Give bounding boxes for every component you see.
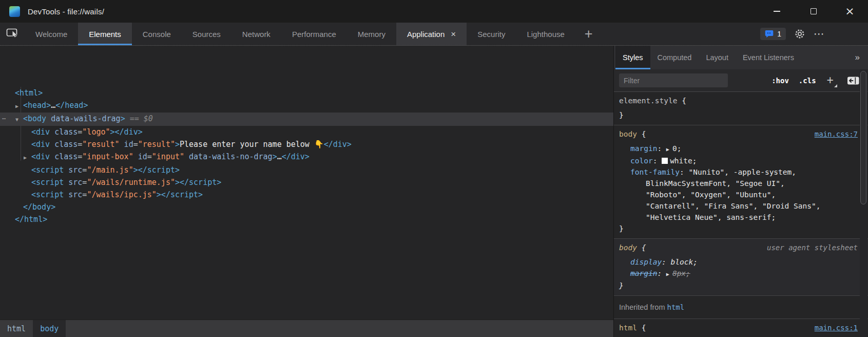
property-name[interactable]: margin [630, 269, 657, 277]
rule-selector[interactable]: element.style [619, 97, 678, 105]
toggle-element-state-button[interactable]: :hov [771, 77, 789, 85]
sidebar-overflow-button[interactable]: » [847, 46, 868, 69]
expand-arrow-icon[interactable]: ▶ [15, 100, 23, 113]
css-property[interactable]: margin: ▶ 8px; [619, 268, 858, 280]
tree-row[interactable]: <div class="result" id="result">Please e… [0, 138, 613, 151]
tab-security[interactable]: Security [467, 23, 516, 45]
expand-longhand-icon[interactable]: ▶ [666, 146, 672, 152]
computed-styles-sidebar-toggle[interactable] [847, 76, 860, 85]
new-style-rule-button[interactable]: + [826, 74, 837, 86]
tab-welcome[interactable]: Welcome [25, 23, 78, 45]
tab-label: Sources [192, 30, 221, 39]
minimize-icon [774, 11, 780, 12]
inspect-element-button[interactable] [0, 23, 25, 45]
tree-row[interactable]: ▶<head>…</head> [0, 99, 613, 113]
rule-selector-line: element.style { [619, 95, 858, 106]
tab-elements[interactable]: Elements [78, 23, 132, 45]
inherited-from-header: Inherited from html [614, 296, 868, 319]
code-token: id [120, 140, 133, 149]
css-property[interactable]: margin: ▶ 0; [619, 143, 858, 155]
css-property[interactable]: font-family: "Nunito", -apple-system, Bl… [619, 166, 858, 223]
tab-performance[interactable]: Performance [281, 23, 347, 45]
toolbar-right-group: 1 ⋯ [760, 23, 825, 45]
code-token: </div> [324, 140, 352, 149]
tab-lighthouse[interactable]: Lighthouse [516, 23, 575, 45]
code-token: > [175, 140, 180, 149]
code-token: ></div> [110, 127, 143, 137]
expand-longhand-icon[interactable]: ▶ [666, 271, 672, 277]
code-token: </div> [282, 152, 310, 161]
tree-row[interactable]: </body> [0, 201, 613, 213]
property-name[interactable]: color [630, 157, 653, 165]
settings-button[interactable] [794, 28, 805, 40]
code-token: </html> [15, 215, 47, 224]
tree-row[interactable]: ▶<div class="input-box" id="input" data-… [0, 151, 613, 164]
stylesheet-link[interactable]: main.css:7 [815, 128, 858, 140]
tree-row[interactable]: <script src="/wails/ipc.js"></script> [0, 189, 613, 201]
code-token: ></script> [133, 165, 180, 175]
tab-label: Memory [358, 30, 385, 39]
stylesheet-link[interactable]: main.css:1 [815, 322, 858, 333]
tab-label: Lighthouse [527, 30, 564, 39]
tab-sources[interactable]: Sources [182, 23, 232, 45]
sidebar-tab-label: Styles [623, 53, 643, 62]
color-swatch[interactable] [662, 158, 668, 164]
tab-console[interactable]: Console [132, 23, 182, 45]
sidebar-tab-computed[interactable]: Computed [650, 46, 699, 69]
code-token: data-wails-no-drag [184, 152, 273, 161]
sidebar-tab-event-listeners[interactable]: Event Listeners [736, 46, 801, 69]
indent-spacer [7, 172, 24, 173]
element-classes-button[interactable]: .cls [799, 77, 816, 85]
tree-row[interactable]: <html> [0, 87, 613, 99]
css-property[interactable]: color: white; [619, 155, 858, 166]
scrollbar-thumb[interactable] [860, 71, 866, 204]
close-tab-icon[interactable]: × [451, 30, 456, 39]
tree-row[interactable]: <div class="logo"></div> [0, 126, 613, 138]
close-brace: } [619, 109, 858, 121]
sidebar-tab-layout[interactable]: Layout [699, 46, 736, 69]
code-token: … [51, 101, 55, 110]
property-name[interactable]: display [630, 258, 662, 266]
window-minimize-button[interactable] [759, 0, 795, 23]
style-filter-input[interactable] [619, 73, 728, 87]
rule-selector[interactable]: body [619, 244, 637, 252]
inherited-node-link[interactable]: html [667, 303, 685, 311]
sidebar-tab-label: Computed [658, 53, 692, 62]
elements-panel: <html>▶<head>…</head>⋯▼<body data-wails-… [0, 46, 614, 337]
tab-memory[interactable]: Memory [347, 23, 396, 45]
tab-application[interactable]: Application× [396, 23, 467, 45]
window-maximize-button[interactable] [795, 0, 832, 23]
code-token: id [133, 152, 147, 161]
styles-pane: element.style {}main.css:7body {margin: … [614, 92, 868, 337]
style-rule: element.style {} [614, 92, 868, 125]
more-tools-button[interactable]: + [575, 23, 602, 45]
tree-row[interactable]: <script src="/main.js"></script> [0, 164, 613, 176]
indent-spacer [7, 134, 24, 135]
code-token: ></script> [175, 178, 221, 187]
rule-selector[interactable]: html [619, 324, 637, 332]
property-name[interactable]: margin [630, 144, 657, 153]
tree-row[interactable]: </html> [0, 213, 613, 226]
code-token: src [64, 178, 82, 187]
rule-selector[interactable]: body [619, 130, 637, 138]
tab-network[interactable]: Network [232, 23, 281, 45]
tree-row[interactable]: <script src="/wails/runtime.js"></script… [0, 176, 613, 189]
gear-icon [794, 28, 805, 40]
customize-menu-button[interactable]: ⋯ [814, 28, 825, 40]
property-name[interactable]: font-family [630, 168, 680, 176]
feedback-button[interactable]: 1 [760, 28, 786, 40]
breadcrumb-item-html[interactable]: html [0, 320, 33, 337]
styles-scrollbar[interactable] [860, 69, 867, 337]
sidebar-tab-styles[interactable]: Styles [615, 46, 650, 69]
window-close-button[interactable]: × [832, 0, 868, 23]
expand-arrow-icon[interactable]: ▼ [15, 114, 23, 126]
css-property[interactable]: display: block; [619, 256, 858, 268]
code-token: ></script> [157, 190, 203, 199]
expand-arrow-icon[interactable]: ▶ [24, 152, 31, 164]
code-token: "result" [82, 140, 119, 149]
code-token: = [147, 152, 152, 161]
node-menu-dots-icon[interactable]: ⋯ [2, 113, 6, 125]
tree-row[interactable]: ⋯▼<body data-wails-drag> == $0 [0, 113, 613, 126]
breadcrumb-item-body[interactable]: body [33, 320, 66, 337]
tab-label: Performance [292, 30, 336, 39]
